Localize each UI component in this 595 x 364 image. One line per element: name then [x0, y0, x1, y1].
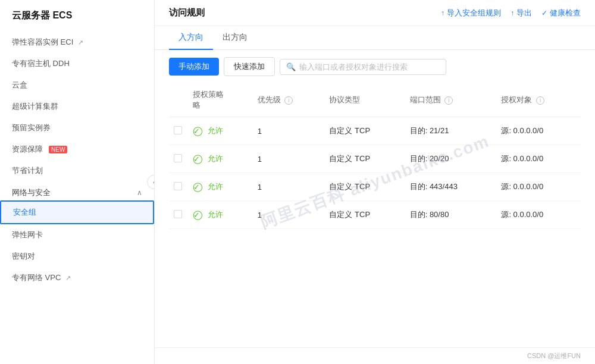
protocol-cell: 自定义 TCP	[324, 117, 405, 145]
search-box[interactable]: 🔍	[280, 59, 446, 75]
sidebar-item-ddh[interactable]: 专有宿主机 DDH	[0, 53, 154, 74]
protocol-cell: 自定义 TCP	[324, 173, 405, 201]
sidebar-item-supercluster[interactable]: 超级计算集群	[0, 96, 154, 117]
checkbox-cell[interactable]	[169, 201, 188, 229]
table-row: ◯ ✓ 允许 1 自定义 TCP 目的: 80/80 源: 0.0.0.0/0	[169, 201, 581, 229]
allow-badge: ◯ ✓ 允许	[193, 181, 248, 192]
row-checkbox[interactable]	[174, 210, 182, 218]
sidebar-item-security-group[interactable]: 安全组	[0, 200, 154, 224]
sidebar-item-vpc[interactable]: 专有网络 VPC ↗	[0, 267, 154, 288]
col-policy: 授权策略略	[188, 83, 253, 117]
sidebar-item-label: 超级计算集群	[12, 101, 58, 112]
page-title: 访问规则	[169, 7, 205, 18]
policy-cell: ◯ ✓ 允许	[188, 145, 253, 173]
external-link-icon: ↗	[65, 274, 71, 282]
search-input[interactable]	[299, 62, 440, 71]
sidebar-item-eni[interactable]: 弹性网卡	[0, 224, 154, 246]
export-label: 导出	[516, 8, 532, 18]
health-check-link[interactable]: ✓ 健康检查	[541, 8, 581, 18]
tab-outbound[interactable]: 出方向	[213, 26, 257, 50]
priority-info-icon[interactable]: i	[284, 96, 293, 105]
row-checkbox[interactable]	[174, 154, 182, 162]
protocol-cell: 自定义 TCP	[324, 201, 405, 229]
port-cell: 目的: 443/443	[405, 173, 497, 201]
policy-label: 允许	[208, 181, 223, 192]
table-row: ◯ ✓ 允许 1 自定义 TCP 目的: 443/443 源: 0.0.0.0/…	[169, 173, 581, 201]
sidebar-item-label: 预留实例券	[12, 123, 51, 133]
allow-badge: ◯ ✓ 允许	[193, 209, 248, 220]
target-cell: 源: 0.0.0.0/0	[496, 117, 581, 145]
manual-add-button[interactable]: 手动添加	[169, 58, 219, 76]
policy-cell: ◯ ✓ 允许	[188, 173, 253, 201]
priority-cell: 1	[253, 173, 325, 201]
sidebar: 云服务器 ECS 弹性容器实例 ECI ↗ 专有宿主机 DDH 云盒 超级计算集…	[0, 0, 155, 364]
sidebar-item-cloudbox[interactable]: 云盒	[0, 74, 154, 96]
export-link[interactable]: ↑ 导出	[511, 8, 532, 18]
sidebar-item-saving[interactable]: 节省计划	[0, 160, 154, 181]
footer-credit: CSDN @运维FUN	[527, 352, 581, 359]
tabs: 入方向 出方向	[155, 26, 595, 50]
sidebar-item-label: 弹性容器实例 ECI	[12, 37, 73, 48]
checkbox-cell[interactable]	[169, 145, 188, 173]
tab-inbound[interactable]: 入方向	[169, 26, 213, 50]
port-cell: 目的: 20/20	[405, 145, 497, 173]
target-cell: 源: 0.0.0.0/0	[496, 145, 581, 173]
checkbox-cell[interactable]	[169, 173, 188, 201]
top-bar-actions: ↑ 导入安全组规则 ↑ 导出 ✓ 健康检查	[441, 8, 581, 18]
export-icon: ↑	[511, 9, 514, 17]
port-cell: 目的: 21/21	[405, 117, 497, 145]
toolbar: 手动添加 快速添加 🔍	[155, 50, 595, 83]
sidebar-item-eci[interactable]: 弹性容器实例 ECI ↗	[0, 32, 154, 53]
check-mark: ✓	[193, 127, 200, 136]
target-cell: 源: 0.0.0.0/0	[496, 173, 581, 201]
policy-label: 允许	[208, 153, 223, 164]
top-bar: 访问规则 ↑ 导入安全组规则 ↑ 导出 ✓ 健康检查	[155, 0, 595, 26]
port-info-icon[interactable]: i	[444, 96, 453, 105]
policy-label: 允许	[208, 125, 223, 136]
col-target: 授权对象 i	[496, 83, 581, 117]
import-rules-link[interactable]: ↑ 导入安全组规则	[441, 8, 501, 18]
sidebar-item-resource[interactable]: 资源保障 NEW	[0, 139, 154, 160]
priority-cell: 1	[253, 117, 325, 145]
search-icon: 🔍	[286, 62, 296, 71]
sidebar-section-network: 网络与安全 ∧	[0, 181, 154, 200]
sidebar-item-label: 专有网络 VPC	[12, 272, 61, 283]
external-link-icon: ↗	[78, 39, 83, 46]
col-protocol: 协议类型	[324, 83, 405, 117]
checkbox-cell[interactable]	[169, 117, 188, 145]
table-row: ◯ ✓ 允许 1 自定义 TCP 目的: 20/20 源: 0.0.0.0/0	[169, 145, 581, 173]
row-checkbox[interactable]	[174, 182, 182, 190]
col-port: 端口范围 i	[405, 83, 497, 117]
main-content: 阿里云百科 aliyunbaike.com 访问规则 ↑ 导入安全组规则 ↑ 导…	[155, 0, 595, 364]
protocol-cell: 自定义 TCP	[324, 145, 405, 173]
port-cell: 目的: 80/80	[405, 201, 497, 229]
row-checkbox[interactable]	[174, 126, 182, 134]
sidebar-item-keypair[interactable]: 密钥对	[0, 246, 154, 267]
new-badge: NEW	[49, 146, 67, 153]
check-mark: ✓	[193, 183, 200, 192]
sidebar-item-label: 专有宿主机 DDH	[12, 58, 70, 69]
allow-badge: ◯ ✓ 允许	[193, 125, 248, 136]
section-label: 网络与安全	[12, 187, 51, 198]
table-container: 授权策略略 优先级 i 协议类型 端口范围 i 授权对象 i	[155, 83, 595, 347]
import-label: 导入安全组规则	[447, 8, 501, 18]
policy-cell: ◯ ✓ 允许	[188, 117, 253, 145]
import-icon: ↑	[441, 9, 444, 17]
footer: CSDN @运维FUN	[155, 347, 595, 364]
col-checkbox	[169, 83, 188, 117]
collapse-icon[interactable]: ∧	[137, 189, 142, 197]
policy-label: 允许	[208, 209, 223, 220]
table-row: ◯ ✓ 允许 1 自定义 TCP 目的: 21/21 源: 0.0.0.0/0	[169, 117, 581, 145]
table-header-row: 授权策略略 优先级 i 协议类型 端口范围 i 授权对象 i	[169, 83, 581, 117]
target-info-icon[interactable]: i	[536, 96, 544, 105]
priority-cell: 1	[253, 201, 325, 229]
sidebar-item-label: 资源保障	[12, 144, 43, 155]
target-cell: 源: 0.0.0.0/0	[496, 201, 581, 229]
sidebar-item-reserved[interactable]: 预留实例券	[0, 117, 154, 139]
sidebar-item-label: 弹性网卡	[12, 230, 43, 240]
check-mark: ✓	[193, 155, 200, 164]
health-icon: ✓	[541, 9, 547, 17]
quick-add-button[interactable]: 快速添加	[224, 57, 275, 76]
sidebar-item-label: 云盒	[12, 80, 27, 90]
sidebar-item-label: 密钥对	[12, 251, 35, 262]
